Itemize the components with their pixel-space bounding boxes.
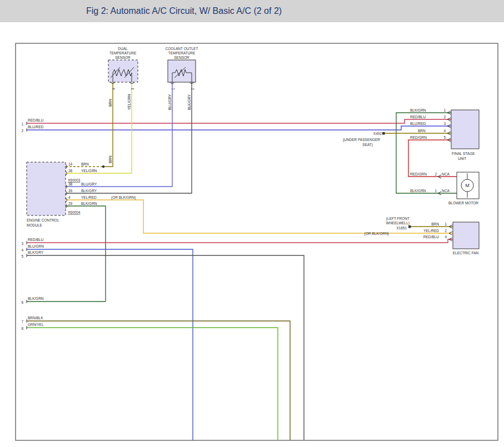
- diagram-label: 1: [443, 108, 446, 112]
- diagram-label: BLOWER MOTOR: [448, 201, 478, 205]
- diagram-label: SEAT): [362, 143, 373, 147]
- diagram-label: 2: [21, 129, 23, 133]
- diagram-label: 6: [21, 300, 23, 304]
- diagram-label: 7: [21, 320, 23, 324]
- diagram-label: UNIT: [458, 157, 466, 160]
- diagram-label: 8: [21, 327, 23, 330]
- diagram-label: RED/BLU: [410, 115, 426, 119]
- diagram-label: BRN/BLK: [28, 316, 43, 320]
- diagram-label: BLK/GRY: [81, 189, 97, 193]
- junction-dot: [102, 165, 104, 168]
- diagram-label: BLK/GRY: [187, 94, 191, 110]
- diagram-label: 1: [171, 88, 175, 90]
- diagram-label: BRN: [108, 99, 112, 107]
- diagram-label: 3: [443, 122, 446, 125]
- connector-icon: [408, 225, 411, 228]
- diagram-label: 4: [112, 88, 116, 90]
- connector-icon: [382, 132, 385, 135]
- diagram-label: BLU/GRY: [81, 182, 97, 186]
- diagram-label: TEMPERATURE: [109, 51, 137, 55]
- diagram-label: 1: [21, 122, 23, 126]
- diagram-label: RED/BLU: [28, 118, 43, 122]
- diagram-label: BLU/GRN: [28, 244, 44, 248]
- diagram-label: 2: [435, 172, 437, 176]
- diagram-label: 2: [445, 229, 447, 233]
- diagram-label: X492: [373, 132, 382, 135]
- electric-fan-box: [453, 222, 479, 249]
- diagram-label: FINAL STAGE: [452, 152, 475, 155]
- diagram-label: (LEFT FRONT: [386, 217, 410, 221]
- diagram-label: 1: [435, 189, 437, 193]
- diagram-label: BLU/GRY: [168, 94, 172, 110]
- wiring-diagram-page: Fig 2: Automatic A/C Circuit, W/ Basic A…: [0, 0, 504, 447]
- diagram-label: BRN: [431, 222, 439, 226]
- diagram-label: YEL/GRN: [127, 94, 131, 110]
- diagram-label: 29: [68, 202, 73, 205]
- diagram-label: (OR BLK/GRN): [365, 232, 389, 236]
- diagram-label: YEL/RED: [423, 229, 439, 233]
- diagram-label: BRN: [418, 129, 426, 133]
- engine-control-module-box: [27, 162, 66, 215]
- diagram-label: 28: [68, 169, 73, 173]
- diagram-label: SENSOR: [115, 56, 131, 59]
- diagram-label: RED/BLU: [28, 238, 43, 242]
- diagram-label: 14: [68, 162, 73, 166]
- diagram-label: RED/GRN: [410, 135, 427, 139]
- diagram-label: BLK/GRN: [28, 297, 44, 300]
- diagram-label: X60004: [68, 210, 81, 214]
- diagram-label: COOLANT OUTLET: [166, 47, 198, 51]
- diagram-label: 5: [21, 254, 23, 258]
- diagram-label: BRN: [81, 162, 89, 166]
- final-stage-unit-box: [451, 110, 479, 149]
- diagram-label: NCA: [442, 189, 450, 193]
- diagram-label: X60003: [68, 178, 81, 182]
- diagram-label: YEL/GRN: [81, 169, 97, 173]
- diagram-label: (OR BLK/GRN): [111, 195, 136, 200]
- diagram-label: WHEELWELL): [386, 221, 410, 225]
- diagram-label: (UNDER PASSENGER: [343, 138, 380, 142]
- diagram-label: 4: [443, 129, 446, 133]
- diagram-label: 2: [443, 115, 446, 119]
- diagram-label: YEL/RED: [81, 195, 97, 199]
- diagram-label: BRN: [108, 155, 112, 163]
- diagram-label: 38: [68, 182, 73, 186]
- diagram-label: 3: [131, 88, 134, 90]
- diagram-label: 1: [445, 222, 447, 226]
- diagram-label: RED/GRN: [410, 172, 427, 176]
- diagram-label: 3: [21, 242, 23, 245]
- diagram-label: 2: [191, 88, 194, 90]
- wiring-diagram-canvas: DUALTEMPERATURESENSORCOOLANT OUTLETTEMPE…: [0, 0, 504, 447]
- diagram-label: 4: [21, 248, 23, 252]
- diagram-label: DUAL: [118, 47, 128, 51]
- diagram-label: ELECTRIC FAN: [453, 251, 479, 255]
- diagram-border: [16, 43, 498, 440]
- diagram-label: 4: [445, 235, 447, 239]
- diagram-label: NCA: [442, 172, 450, 176]
- diagram-label: BLK/GRN: [81, 202, 97, 205]
- diagram-label: X1651: [396, 226, 407, 230]
- diagram-label: BLU/RED: [410, 122, 426, 125]
- diagram-label: 5: [443, 135, 446, 139]
- diagram-label: 39: [68, 189, 73, 193]
- diagram-label: M: [465, 183, 470, 188]
- diagram-label: 4: [68, 195, 71, 199]
- diagram-label: BLK/GRN: [410, 108, 426, 112]
- diagram-label: BLK/GRN: [410, 189, 426, 193]
- diagram-label: SENSOR: [174, 56, 189, 59]
- diagram-label: BLU/RED: [28, 125, 43, 129]
- diagram-label: ENGINE CONTROL: [27, 218, 59, 222]
- diagram-label: RED/BLU: [423, 235, 439, 239]
- diagram-label: BLK/GRY: [28, 250, 44, 254]
- diagram-label: MODULE: [27, 223, 42, 227]
- diagram-label: TEMPERATURE: [168, 51, 196, 55]
- diagram-label: GRN/YEL: [28, 323, 44, 327]
